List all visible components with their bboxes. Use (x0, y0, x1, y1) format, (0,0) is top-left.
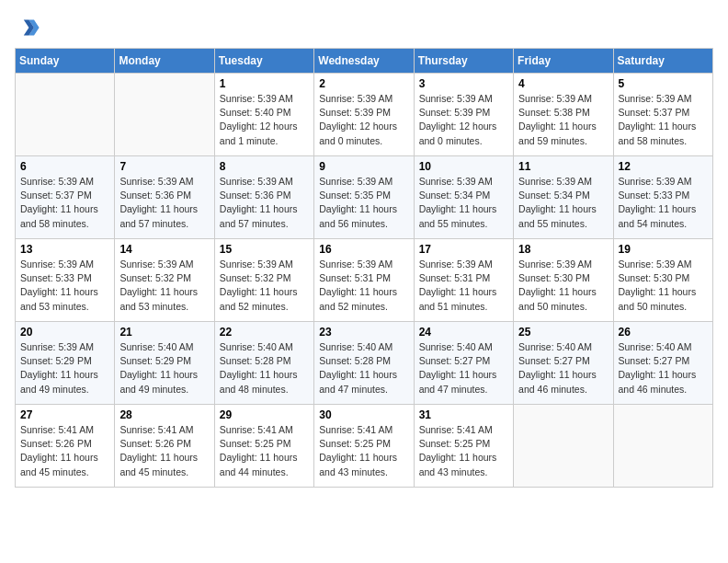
day-info: Sunrise: 5:39 AMSunset: 5:40 PMDaylight:… (220, 92, 309, 148)
calendar-cell: 19Sunrise: 5:39 AMSunset: 5:30 PMDayligh… (613, 239, 712, 322)
day-number: 4 (518, 77, 608, 90)
calendar-week-2: 13Sunrise: 5:39 AMSunset: 5:33 PMDayligh… (16, 239, 713, 322)
day-info: Sunrise: 5:39 AMSunset: 5:32 PMDaylight:… (220, 258, 309, 314)
calendar-cell (16, 74, 115, 156)
calendar-cell: 3Sunrise: 5:39 AMSunset: 5:39 PMDaylight… (414, 74, 513, 156)
calendar-cell: 16Sunrise: 5:39 AMSunset: 5:31 PMDayligh… (314, 239, 414, 322)
calendar-cell: 5Sunrise: 5:39 AMSunset: 5:37 PMDaylight… (613, 74, 712, 156)
day-number: 18 (518, 243, 608, 256)
calendar-cell: 21Sunrise: 5:40 AMSunset: 5:29 PMDayligh… (115, 322, 214, 405)
day-number: 13 (20, 243, 109, 256)
day-number: 28 (119, 408, 209, 421)
header-wednesday: Wednesday (314, 49, 414, 74)
day-number: 16 (319, 243, 408, 256)
day-number: 17 (419, 243, 508, 256)
calendar-cell: 24Sunrise: 5:40 AMSunset: 5:27 PMDayligh… (414, 322, 513, 405)
day-info: Sunrise: 5:39 AMSunset: 5:34 PMDaylight:… (518, 175, 608, 231)
day-number: 24 (419, 326, 508, 339)
day-number: 27 (20, 408, 109, 421)
day-number: 5 (619, 77, 708, 90)
day-number: 21 (119, 326, 209, 339)
day-info: Sunrise: 5:39 AMSunset: 5:36 PMDaylight:… (220, 175, 309, 231)
header-thursday: Thursday (414, 49, 513, 74)
calendar-cell: 12Sunrise: 5:39 AMSunset: 5:33 PMDayligh… (613, 156, 712, 239)
day-info: Sunrise: 5:41 AMSunset: 5:26 PMDaylight:… (20, 423, 109, 479)
calendar-cell: 10Sunrise: 5:39 AMSunset: 5:34 PMDayligh… (414, 156, 513, 239)
day-number: 22 (220, 326, 309, 339)
calendar-cell: 30Sunrise: 5:41 AMSunset: 5:25 PMDayligh… (314, 405, 414, 488)
header-sunday: Sunday (16, 49, 115, 74)
calendar-cell: 26Sunrise: 5:40 AMSunset: 5:27 PMDayligh… (613, 322, 712, 405)
day-info: Sunrise: 5:41 AMSunset: 5:25 PMDaylight:… (419, 423, 508, 479)
calendar-cell: 23Sunrise: 5:40 AMSunset: 5:28 PMDayligh… (314, 322, 414, 405)
day-number: 12 (619, 160, 708, 173)
day-info: Sunrise: 5:40 AMSunset: 5:27 PMDaylight:… (619, 340, 708, 396)
day-info: Sunrise: 5:40 AMSunset: 5:27 PMDaylight:… (419, 340, 508, 396)
day-number: 7 (119, 160, 209, 173)
day-info: Sunrise: 5:39 AMSunset: 5:36 PMDaylight:… (119, 175, 209, 231)
day-number: 29 (220, 408, 309, 421)
calendar-cell: 31Sunrise: 5:41 AMSunset: 5:25 PMDayligh… (414, 405, 513, 488)
day-number: 14 (119, 243, 209, 256)
day-info: Sunrise: 5:41 AMSunset: 5:25 PMDaylight:… (220, 423, 309, 479)
page-header (15, 15, 713, 40)
calendar-cell: 22Sunrise: 5:40 AMSunset: 5:28 PMDayligh… (214, 322, 313, 405)
calendar-cell (514, 405, 613, 488)
day-info: Sunrise: 5:40 AMSunset: 5:28 PMDaylight:… (319, 340, 408, 396)
day-info: Sunrise: 5:39 AMSunset: 5:30 PMDaylight:… (518, 258, 608, 314)
calendar-cell: 8Sunrise: 5:39 AMSunset: 5:36 PMDaylight… (214, 156, 313, 239)
day-info: Sunrise: 5:41 AMSunset: 5:26 PMDaylight:… (119, 423, 209, 479)
calendar-cell: 29Sunrise: 5:41 AMSunset: 5:25 PMDayligh… (214, 405, 313, 488)
day-number: 31 (419, 408, 508, 421)
header-tuesday: Tuesday (214, 49, 313, 74)
day-info: Sunrise: 5:39 AMSunset: 5:38 PMDaylight:… (518, 92, 608, 148)
calendar-cell: 25Sunrise: 5:40 AMSunset: 5:27 PMDayligh… (514, 322, 613, 405)
calendar-cell: 1Sunrise: 5:39 AMSunset: 5:40 PMDaylight… (214, 74, 313, 156)
calendar-cell: 14Sunrise: 5:39 AMSunset: 5:32 PMDayligh… (115, 239, 214, 322)
calendar-cell: 7Sunrise: 5:39 AMSunset: 5:36 PMDaylight… (115, 156, 214, 239)
calendar-week-0: 1Sunrise: 5:39 AMSunset: 5:40 PMDaylight… (16, 74, 713, 156)
calendar-cell: 27Sunrise: 5:41 AMSunset: 5:26 PMDayligh… (16, 405, 115, 488)
day-info: Sunrise: 5:39 AMSunset: 5:37 PMDaylight:… (619, 92, 708, 148)
calendar-cell: 15Sunrise: 5:39 AMSunset: 5:32 PMDayligh… (214, 239, 313, 322)
day-info: Sunrise: 5:39 AMSunset: 5:31 PMDaylight:… (319, 258, 408, 314)
day-info: Sunrise: 5:39 AMSunset: 5:39 PMDaylight:… (419, 92, 508, 148)
calendar-cell: 28Sunrise: 5:41 AMSunset: 5:26 PMDayligh… (115, 405, 214, 488)
day-number: 11 (518, 160, 608, 173)
calendar-cell: 6Sunrise: 5:39 AMSunset: 5:37 PMDaylight… (16, 156, 115, 239)
day-number: 19 (619, 243, 708, 256)
calendar-week-4: 27Sunrise: 5:41 AMSunset: 5:26 PMDayligh… (16, 405, 713, 488)
header-monday: Monday (115, 49, 214, 74)
calendar-table: SundayMondayTuesdayWednesdayThursdayFrid… (15, 48, 713, 488)
day-number: 2 (319, 77, 408, 90)
day-number: 30 (319, 408, 408, 421)
day-info: Sunrise: 5:39 AMSunset: 5:35 PMDaylight:… (319, 175, 408, 231)
day-info: Sunrise: 5:39 AMSunset: 5:33 PMDaylight:… (619, 175, 708, 231)
header-friday: Friday (514, 49, 613, 74)
day-info: Sunrise: 5:39 AMSunset: 5:33 PMDaylight:… (20, 258, 109, 314)
calendar-cell: 11Sunrise: 5:39 AMSunset: 5:34 PMDayligh… (514, 156, 613, 239)
calendar-cell (613, 405, 712, 488)
calendar-cell: 20Sunrise: 5:39 AMSunset: 5:29 PMDayligh… (16, 322, 115, 405)
calendar-cell: 17Sunrise: 5:39 AMSunset: 5:31 PMDayligh… (414, 239, 513, 322)
calendar-cell: 2Sunrise: 5:39 AMSunset: 5:39 PMDaylight… (314, 74, 414, 156)
day-number: 26 (619, 326, 708, 339)
day-info: Sunrise: 5:41 AMSunset: 5:25 PMDaylight:… (319, 423, 408, 479)
logo-icon (15, 15, 40, 40)
calendar-header-row: SundayMondayTuesdayWednesdayThursdayFrid… (16, 49, 713, 74)
logo (15, 15, 44, 40)
day-info: Sunrise: 5:40 AMSunset: 5:29 PMDaylight:… (119, 340, 209, 396)
day-info: Sunrise: 5:40 AMSunset: 5:28 PMDaylight:… (220, 340, 309, 396)
day-info: Sunrise: 5:39 AMSunset: 5:29 PMDaylight:… (20, 340, 109, 396)
calendar-cell: 4Sunrise: 5:39 AMSunset: 5:38 PMDaylight… (514, 74, 613, 156)
calendar-cell: 9Sunrise: 5:39 AMSunset: 5:35 PMDaylight… (314, 156, 414, 239)
day-info: Sunrise: 5:39 AMSunset: 5:34 PMDaylight:… (419, 175, 508, 231)
day-number: 9 (319, 160, 408, 173)
day-info: Sunrise: 5:39 AMSunset: 5:30 PMDaylight:… (619, 258, 708, 314)
day-number: 10 (419, 160, 508, 173)
day-number: 23 (319, 326, 408, 339)
calendar-cell: 18Sunrise: 5:39 AMSunset: 5:30 PMDayligh… (514, 239, 613, 322)
day-number: 3 (419, 77, 508, 90)
calendar-cell (115, 74, 214, 156)
day-number: 15 (220, 243, 309, 256)
